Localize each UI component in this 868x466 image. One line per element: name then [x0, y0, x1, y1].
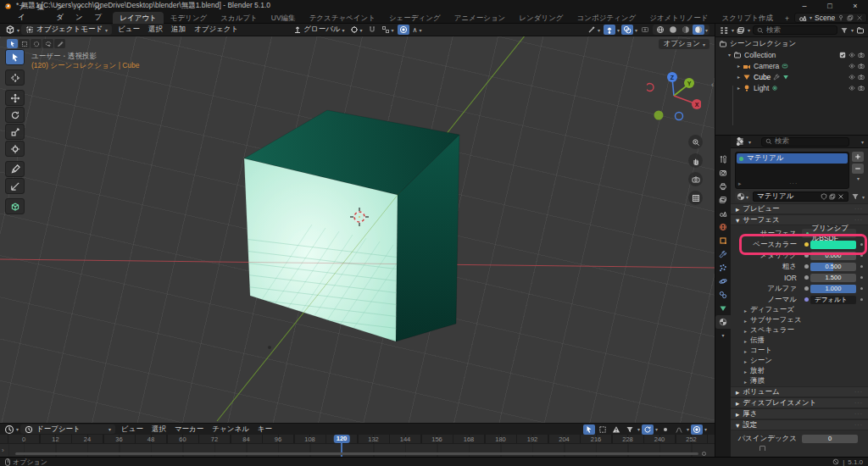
outliner-row-シーンコレクション[interactable]: シーンコレクション: [715, 38, 868, 49]
properties-tab-modifiers[interactable]: [715, 247, 731, 261]
add-cube-tool-button[interactable]: [5, 198, 25, 214]
pin-icon[interactable]: [837, 14, 844, 21]
transform-button[interactable]: [597, 424, 609, 435]
workspace-tab[interactable]: コンポジティング: [570, 12, 643, 24]
dopesheet-menu-選択[interactable]: 選択: [147, 424, 170, 435]
メタリック-slider[interactable]: 0.000: [810, 252, 856, 260]
filter-icon[interactable]: [840, 26, 849, 35]
socket-icon[interactable]: [804, 286, 809, 291]
expand-icon[interactable]: ▸: [738, 180, 742, 187]
orientation-dropdown[interactable]: グローバル ▾: [292, 25, 346, 35]
mode-dropdown[interactable]: オブジェクトモード ▾: [21, 25, 112, 35]
dopesheet-menu-チャンネル[interactable]: チャンネル: [208, 424, 253, 435]
select-box-tool-button[interactable]: [5, 49, 25, 65]
editor-type-properties-icon[interactable]: [735, 136, 745, 147]
dopesheet-menu-キー[interactable]: キー: [253, 424, 276, 435]
gizmo-neg-x[interactable]: [647, 84, 654, 92]
tweak-select-button[interactable]: [7, 39, 18, 48]
eye-toggle-icon[interactable]: [849, 52, 855, 58]
collapse-icon[interactable]: ▾: [728, 52, 731, 58]
decorator-icon[interactable]: [860, 265, 863, 268]
xray-toggle[interactable]: [639, 25, 651, 35]
checkbox-toggle-icon[interactable]: [839, 52, 846, 58]
socket-icon[interactable]: [804, 242, 809, 247]
workspace-tab[interactable]: テクスチャペイント: [303, 12, 382, 24]
timeline-scrollbar[interactable]: [15, 452, 698, 455]
circle-select-button[interactable]: [31, 39, 42, 48]
decorator-icon[interactable]: [860, 287, 863, 290]
dopesheet-menu-マーカー[interactable]: マーカー: [170, 424, 208, 435]
unlink-material-icon[interactable]: [837, 193, 844, 200]
unlink-icon[interactable]: [856, 14, 863, 21]
decorator-icon[interactable]: [860, 276, 863, 279]
workspace-tab[interactable]: ジオメトリノード: [643, 12, 715, 24]
workspace-tab[interactable]: モデリング: [164, 12, 214, 24]
timeline-body[interactable]: 0122436486072849610813214415616818019220…: [0, 435, 715, 457]
filter-icon[interactable]: [851, 192, 860, 201]
box-select-button[interactable]: [19, 39, 30, 48]
properties-tab-constraints[interactable]: [715, 288, 731, 302]
expand-icon[interactable]: ▸: [737, 63, 740, 69]
modifier-icon[interactable]: [773, 74, 780, 80]
expand-icon[interactable]: ▸: [737, 74, 740, 80]
annotate-tool-button[interactable]: [5, 161, 25, 177]
workspace-tab[interactable]: スクリプト作成: [715, 12, 781, 24]
outliner-row-Light[interactable]: ▸Light: [715, 82, 868, 93]
outliner-row-Cube[interactable]: ▸Cube: [715, 71, 868, 82]
panel-settings[interactable]: ▾ 設定 ···: [731, 419, 868, 430]
subpanel-スペキュラー[interactable]: ▸スペキュラー: [731, 325, 868, 336]
subpanel-シーン[interactable]: ▸シーン: [731, 356, 868, 366]
properties-tab-world[interactable]: [715, 220, 731, 234]
properties-tab-render[interactable]: [715, 166, 731, 180]
snapping-button[interactable]: [691, 424, 703, 435]
material-slot-row[interactable]: マテリアル: [737, 153, 848, 164]
ノーマル-button[interactable]: デフォルト: [810, 296, 856, 304]
outliner-search[interactable]: 検索: [753, 25, 837, 35]
pan-hand-button[interactable]: [688, 153, 703, 168]
panel-ボリューム[interactable]: ▸ボリューム···: [731, 386, 868, 397]
properties-tab-object-data[interactable]: [715, 302, 731, 315]
snap-toggle[interactable]: [366, 25, 378, 35]
copy-icon[interactable]: [847, 14, 854, 21]
warning-button[interactable]: [610, 424, 622, 435]
viewport-menu-ビュー[interactable]: ビュー: [114, 25, 144, 35]
fake-user-icon[interactable]: [821, 193, 827, 200]
properties-tab-material[interactable]: [715, 315, 731, 329]
display-mode-icon[interactable]: [737, 26, 745, 35]
proportional-edit-toggle[interactable]: [398, 25, 409, 35]
properties-tab-scene[interactable]: [715, 207, 731, 220]
gizmos-toggle[interactable]: [604, 25, 615, 35]
socket-icon[interactable]: [804, 253, 809, 258]
dopesheet-mode-dropdown[interactable]: ドープシート ▾: [20, 424, 115, 434]
decorator-icon[interactable]: [860, 254, 863, 257]
shading-solid-button[interactable]: [667, 25, 679, 35]
outliner-settings-icon[interactable]: [856, 26, 865, 35]
shader-dropdown[interactable]: プリンシプルBSDF: [802, 229, 856, 238]
gizmo-neg-y[interactable]: [654, 111, 664, 120]
properties-tab-object[interactable]: [715, 234, 731, 247]
viewport-options-button[interactable]: オプション ▾: [659, 39, 709, 49]
rotate-tool-button[interactable]: [5, 107, 25, 123]
snap-with-dropdown[interactable]: ▾: [380, 25, 396, 34]
maximize-button[interactable]: □: [817, 0, 843, 12]
expand-icon[interactable]: ▸: [737, 85, 740, 91]
base-color-swatch[interactable]: [810, 241, 856, 249]
socket-icon[interactable]: [804, 297, 809, 302]
range-end-handle[interactable]: [702, 452, 706, 456]
editor-type-outliner-icon[interactable]: [719, 25, 729, 36]
properties-tab-tool[interactable]: [715, 153, 731, 166]
filter-funnel-button[interactable]: [624, 424, 636, 435]
network-icon[interactable]: [832, 458, 839, 465]
add-slot-button[interactable]: [852, 152, 864, 162]
light-data-icon[interactable]: [771, 85, 778, 92]
add-workspace-button[interactable]: +: [780, 13, 794, 23]
ortho-grid-button[interactable]: [688, 191, 703, 205]
transform-tool-button[interactable]: [5, 141, 25, 157]
eye-toggle-icon[interactable]: [849, 63, 855, 69]
new-material-icon[interactable]: [829, 193, 836, 200]
move-tool-button[interactable]: [5, 90, 25, 106]
camera-toggle-icon[interactable]: [858, 52, 865, 58]
cursor-tool-button[interactable]: [5, 69, 25, 86]
subpanel-薄膜[interactable]: ▸薄膜: [731, 376, 868, 386]
keying-dot-button[interactable]: [659, 424, 671, 435]
